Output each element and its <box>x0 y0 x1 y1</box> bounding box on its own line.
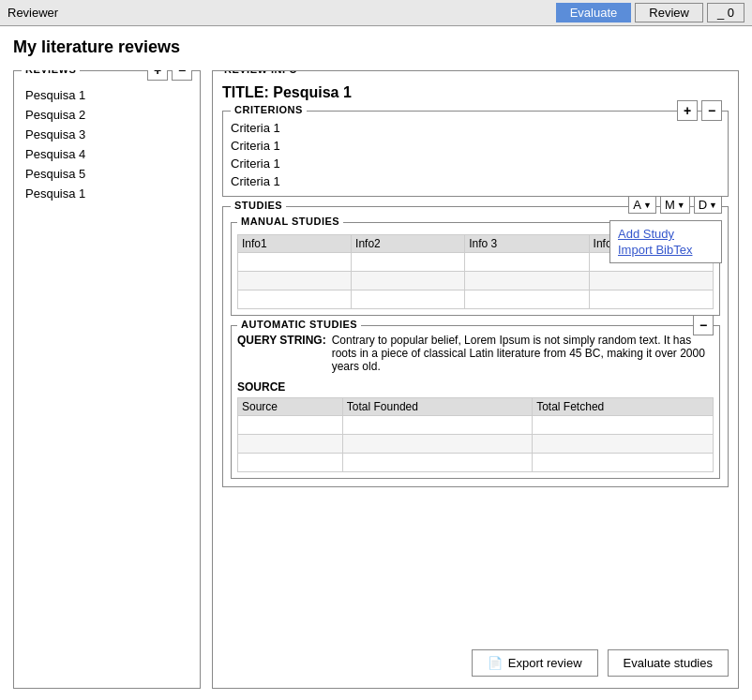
import-bibtex-link[interactable]: Import BibTex <box>618 243 714 257</box>
col-header-info2: Info2 <box>352 235 465 253</box>
total-fetched-col-header: Total Fetched <box>533 398 714 416</box>
title-value: Pesquisa 1 <box>273 84 352 100</box>
reviews-action-buttons: + − <box>147 70 192 81</box>
source-col-header: Source <box>238 398 343 416</box>
studies-section-label: STUDIES <box>231 200 286 211</box>
export-icon: 📄 <box>488 656 503 670</box>
columns-layout: REVIEWS + − Pesquisa 1 Pesquisa 2 Pesqui… <box>13 70 739 689</box>
app-title: Reviewer <box>8 6 58 20</box>
review-item[interactable]: Pesquisa 5 <box>22 165 192 183</box>
col-header-info3: Info 3 <box>465 235 589 253</box>
m-dropdown-arrow: ▼ <box>677 201 685 210</box>
col-header-info1: Info1 <box>238 235 352 253</box>
criterions-panel: CRITERIONS + − Criteria 1 Criteria 1 Cri… <box>222 111 729 197</box>
review-list: Pesquisa 1 Pesquisa 2 Pesquisa 3 Pesquis… <box>22 86 192 202</box>
remove-criterion-button[interactable]: − <box>701 100 722 121</box>
main-content: My literature reviews REVIEWS + − Pesqui… <box>0 26 752 700</box>
automatic-studies-label: AUTOMATIC STUDIES <box>237 319 361 330</box>
review-info-panel: REVIEW INFO TITLE: Pesquisa 1 CRITERIONS… <box>212 70 739 689</box>
evaluate-studies-button[interactable]: Evaluate studies <box>608 649 729 677</box>
manual-studies-label: MANUAL STUDIES <box>237 216 343 227</box>
add-criterion-button[interactable]: + <box>677 100 698 121</box>
criteria-item: Criteria 1 <box>231 121 720 135</box>
criteria-item: Criteria 1 <box>231 139 720 153</box>
total-founded-col-header: Total Founded <box>342 398 532 416</box>
review-title: TITLE: Pesquisa 1 <box>222 84 729 101</box>
title-bar: Reviewer Evaluate Review _ 0 <box>0 0 752 26</box>
minimize-button[interactable]: _ 0 <box>707 3 744 22</box>
review-info-section-label: REVIEW INFO <box>220 70 301 75</box>
table-row <box>238 435 714 454</box>
studies-dropdown-popup: Add Study Import BibTex <box>609 220 722 263</box>
studies-controls: A ▼ M ▼ D ▼ <box>628 196 722 214</box>
source-label: SOURCE <box>237 380 714 394</box>
table-row <box>238 272 714 290</box>
m-dropdown-button[interactable]: M ▼ <box>660 196 690 214</box>
criterions-action-buttons: + − <box>677 100 722 121</box>
table-row <box>238 416 714 435</box>
criterions-section-label: CRITERIONS <box>231 104 307 115</box>
page-title: My literature reviews <box>13 37 739 57</box>
criteria-item: Criteria 1 <box>231 156 720 171</box>
add-review-button[interactable]: + <box>147 70 168 81</box>
remove-review-button[interactable]: − <box>172 70 192 81</box>
title-prefix: TITLE: <box>222 84 269 100</box>
d-dropdown-arrow: ▼ <box>709 201 717 210</box>
review-item[interactable]: Pesquisa 3 <box>22 126 192 143</box>
title-bar-buttons: Evaluate Review _ 0 <box>556 3 744 22</box>
footer-buttons: 📄 Export review Evaluate studies <box>222 642 729 680</box>
query-string-label: QUERY STRING: <box>237 334 326 373</box>
remove-automatic-button[interactable]: − <box>693 315 714 335</box>
collapse-automatic-button[interactable]: − <box>693 315 714 335</box>
review-item[interactable]: Pesquisa 2 <box>22 106 192 124</box>
a-dropdown-arrow: ▼ <box>643 201 652 210</box>
review-item[interactable]: Pesquisa 1 <box>22 185 192 202</box>
review-item[interactable]: Pesquisa 1 <box>22 86 192 104</box>
automatic-studies-panel: AUTOMATIC STUDIES − QUERY STRING: Contra… <box>231 325 720 479</box>
tab-review[interactable]: Review <box>635 3 703 22</box>
reviews-section-label: REVIEWS <box>22 70 80 75</box>
table-row <box>238 454 714 472</box>
studies-panel: STUDIES A ▼ M ▼ D ▼ <box>222 206 729 487</box>
query-string-row: QUERY STRING: Contrary to popular belief… <box>237 334 714 373</box>
criteria-list: Criteria 1 Criteria 1 Criteria 1 Criteri… <box>231 121 720 188</box>
review-item[interactable]: Pesquisa 4 <box>22 145 192 163</box>
export-review-button[interactable]: 📄 Export review <box>472 649 598 677</box>
export-review-label: Export review <box>508 656 582 670</box>
tab-evaluate[interactable]: Evaluate <box>556 3 632 22</box>
source-table: Source Total Founded Total Fetched <box>237 397 714 472</box>
d-dropdown-button[interactable]: D ▼ <box>694 196 722 214</box>
add-study-link[interactable]: Add Study <box>618 227 714 241</box>
query-string-text: Contrary to popular belief, Lorem Ipsum … <box>332 334 714 373</box>
a-dropdown-button[interactable]: A ▼ <box>628 196 656 214</box>
reviews-panel: REVIEWS + − Pesquisa 1 Pesquisa 2 Pesqui… <box>13 70 201 689</box>
criteria-item: Criteria 1 <box>231 174 720 188</box>
table-row <box>238 290 714 309</box>
